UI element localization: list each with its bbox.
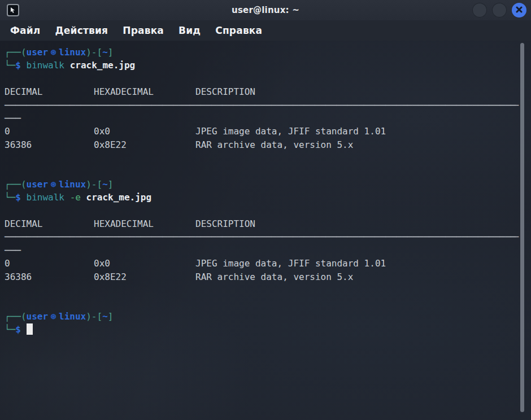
- menu-view[interactable]: Вид: [179, 25, 201, 36]
- blank-line: [5, 151, 531, 164]
- prompt-frame: )-[: [86, 47, 102, 58]
- window-title: user@linux: ~: [0, 5, 531, 15]
- command-argument: crack_me.jpg: [86, 192, 152, 203]
- prompt-frame: )-[: [86, 311, 102, 322]
- scrollbar[interactable]: [520, 41, 525, 420]
- prompt-line-top: ┌──(user⊛linux)-[~]: [5, 178, 531, 191]
- cell-decimal: 36386: [5, 270, 94, 283]
- cell-description: JPEG image data, JFIF standard 1.01: [195, 126, 386, 137]
- prompt-frame: ]: [108, 47, 114, 58]
- prompt-dollar: $: [15, 324, 21, 335]
- separator-wrap: ───: [5, 244, 531, 257]
- terminal-body[interactable]: ┌──(user⊛linux)-[~] └─$ binwalk crack_me…: [0, 41, 531, 420]
- cell-hex: 0x8E22: [94, 138, 195, 151]
- prompt-frame: └─: [5, 192, 15, 203]
- prompt-host: linux: [59, 311, 86, 322]
- prompt-frame: ]: [108, 311, 114, 322]
- prompt-frame: ┌──(: [5, 311, 27, 322]
- table-row: 00x0JPEG image data, JFIF standard 1.01: [5, 257, 531, 270]
- separator-wrap: ───: [5, 112, 531, 125]
- prompt-user: user: [27, 311, 49, 322]
- cell-hex: 0x0: [94, 257, 195, 270]
- header-decimal: DECIMAL: [5, 217, 94, 230]
- prompt-host: linux: [59, 179, 86, 190]
- cell-decimal: 0: [5, 257, 94, 270]
- separator-line: ────────────────────────────────────────…: [5, 99, 531, 112]
- menu-edit[interactable]: Правка: [123, 25, 164, 36]
- window-controls: [472, 3, 526, 18]
- command-argument: crack_me.jpg: [70, 60, 136, 71]
- cell-decimal: 0: [5, 125, 94, 138]
- prompt-path: ~: [102, 311, 108, 322]
- cell-decimal: 36386: [5, 138, 94, 151]
- command-line-1: └─$ binwalk crack_me.jpg: [5, 59, 531, 72]
- prompt-frame: ┌──(: [5, 47, 27, 58]
- blank-line: [5, 165, 531, 178]
- close-icon: [516, 6, 523, 15]
- command-flag: -e: [70, 192, 81, 203]
- cell-description: RAR archive data, version 5.x: [195, 272, 353, 282]
- table-row: 363860x8E22RAR archive data, version 5.x: [5, 138, 531, 151]
- header-description: DESCRIPTION: [195, 218, 255, 229]
- prompt-frame: ]: [108, 179, 114, 190]
- prompt-user: user: [27, 47, 49, 58]
- prompt-line-top: ┌──(user⊛linux)-[~]: [5, 310, 531, 323]
- table-row: 363860x8E22RAR archive data, version 5.x: [5, 270, 531, 283]
- menubar: Файл Действия Правка Вид Справка: [0, 20, 531, 41]
- at-symbol-icon: ⊛: [48, 46, 59, 59]
- blank-line: [5, 296, 531, 309]
- terminal-cursor: [27, 323, 33, 335]
- table-header-row: DECIMALHEXADECIMALDESCRIPTION: [5, 217, 531, 230]
- command-line-2: └─$ binwalk -e crack_me.jpg: [5, 191, 531, 204]
- header-decimal: DECIMAL: [5, 85, 94, 98]
- table-row: 00x0JPEG image data, JFIF standard 1.01: [5, 125, 531, 138]
- cell-hex: 0x0: [94, 125, 195, 138]
- header-hexadecimal: HEXADECIMAL: [94, 217, 195, 230]
- menu-help[interactable]: Справка: [215, 25, 262, 36]
- menu-file[interactable]: Файл: [10, 25, 41, 36]
- minimize-button[interactable]: [472, 3, 487, 18]
- prompt-frame: └─: [5, 324, 15, 335]
- cell-hex: 0x8E22: [94, 270, 195, 283]
- prompt-user: user: [27, 179, 49, 190]
- current-prompt-line: └─$: [5, 323, 531, 336]
- maximize-button[interactable]: [492, 3, 507, 18]
- prompt-frame: ┌──(: [5, 179, 27, 190]
- command-name: binwalk: [27, 192, 64, 203]
- close-button[interactable]: [512, 3, 526, 18]
- separator-line: ────────────────────────────────────────…: [5, 230, 531, 243]
- scrollbar-thumb[interactable]: [520, 43, 524, 412]
- terminal-window: user@linux: ~ Файл Действия Правка Вид С…: [0, 0, 531, 420]
- at-symbol-icon: ⊛: [48, 178, 59, 191]
- titlebar[interactable]: user@linux: ~: [0, 0, 531, 20]
- cell-description: JPEG image data, JFIF standard 1.01: [195, 258, 386, 269]
- prompt-dollar: $: [15, 60, 21, 71]
- at-symbol-icon: ⊛: [48, 310, 59, 323]
- prompt-dollar: $: [15, 192, 21, 203]
- header-description: DESCRIPTION: [195, 86, 255, 97]
- blank-line: [5, 204, 531, 217]
- blank-line: [5, 283, 531, 296]
- table-header-row: DECIMALHEXADECIMALDESCRIPTION: [5, 85, 531, 98]
- blank-line: [5, 72, 531, 85]
- menu-actions[interactable]: Действия: [55, 25, 108, 36]
- prompt-line-top: ┌──(user⊛linux)-[~]: [5, 46, 531, 59]
- command-name: binwalk: [27, 60, 64, 71]
- prompt-path: ~: [102, 47, 108, 58]
- cell-description: RAR archive data, version 5.x: [195, 139, 353, 150]
- prompt-frame: └─: [5, 60, 15, 71]
- prompt-frame: )-[: [86, 179, 102, 190]
- header-hexadecimal: HEXADECIMAL: [94, 85, 195, 98]
- prompt-path: ~: [102, 179, 108, 190]
- prompt-host: linux: [59, 47, 86, 58]
